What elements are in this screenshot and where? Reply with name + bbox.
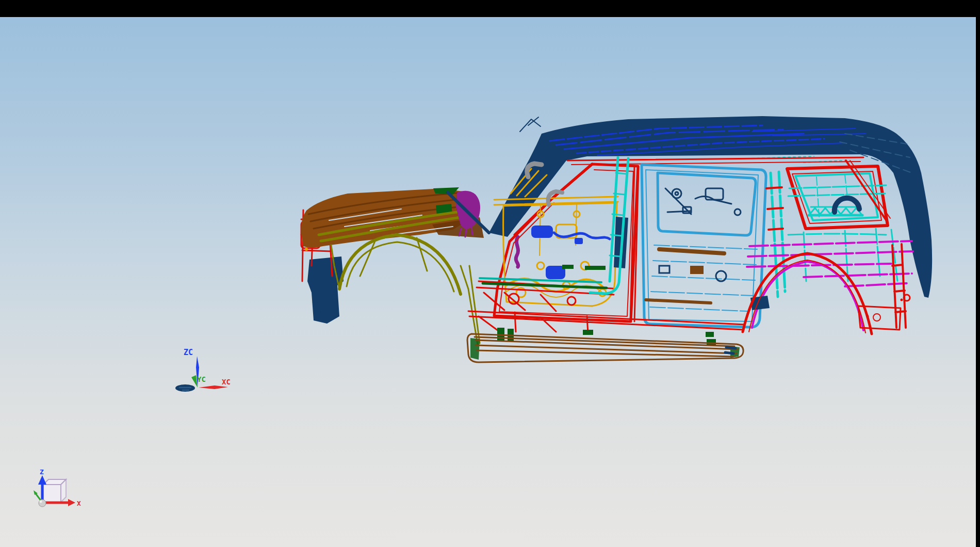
- b-pillar[interactable]: [590, 157, 639, 321]
- rear-door-window: [658, 173, 756, 235]
- wcs-z-label: ZC: [184, 348, 193, 357]
- rear-panel-ring: [873, 314, 880, 321]
- view-orientation-triad[interactable]: Z X: [31, 462, 98, 519]
- latch-actuator: [531, 226, 553, 238]
- cowl-squiggle: [516, 237, 518, 267]
- b-pillar-glass-run: [590, 157, 628, 294]
- right-black-bar: [976, 0, 980, 547]
- wcs-triad[interactable]: ZC YC XC: [170, 335, 263, 403]
- window-regulator: [665, 188, 741, 215]
- wcs-y-label: YC: [197, 375, 206, 383]
- green-patch-a: [562, 265, 574, 269]
- graphics-window[interactable]: ZC YC XC Z: [0, 17, 976, 547]
- car-body-wireframe-model[interactable]: [298, 111, 943, 366]
- door-brown-band: [659, 249, 724, 253]
- rocker-assembly[interactable]: [467, 311, 745, 362]
- view-origin-sphere[interactable]: [39, 500, 46, 507]
- front-wheel-arch-inner: [347, 242, 454, 292]
- view-cube-front: [43, 485, 61, 502]
- cant-rail-outer: [567, 157, 863, 160]
- green-patch-b: [585, 266, 606, 270]
- running-board-ribs: [475, 337, 738, 357]
- door-lock-ring: [716, 271, 726, 281]
- quarter-diagonal-brace-2: [850, 160, 890, 218]
- view-y-axis[interactable]: [34, 490, 41, 501]
- front-door[interactable]: [477, 164, 638, 321]
- front-fastener: [305, 248, 308, 251]
- rear-wheelhouse[interactable]: [743, 241, 913, 334]
- view-z-label: Z: [40, 468, 44, 476]
- view-cube[interactable]: [43, 479, 66, 502]
- wcs-x-axis-arrow[interactable]: [199, 385, 228, 389]
- door-lock-bracket: [659, 266, 669, 273]
- front-wheel-arch: [339, 235, 461, 294]
- board-end-green-left: [470, 338, 480, 360]
- view-origin-sphere-highlight: [40, 501, 42, 503]
- roof-rail-wire: [520, 117, 541, 132]
- rear-detail-dot: [901, 299, 903, 301]
- rear-panel-dot: [867, 315, 869, 318]
- door-brown-block: [690, 266, 704, 274]
- cad-application-screen: ZC YC XC Z: [0, 0, 980, 547]
- mech-ring-2: [567, 297, 576, 305]
- wcs-x-label: XC: [222, 378, 231, 386]
- top-black-bar: [0, 0, 980, 17]
- origin-part[interactable]: [175, 384, 195, 392]
- view-x-label: X: [77, 500, 81, 507]
- view-x-head: [68, 499, 75, 506]
- rear-door[interactable]: [642, 165, 766, 327]
- door-brown-strip: [646, 300, 711, 303]
- front-bracket: [307, 256, 344, 324]
- cable-clip: [575, 238, 583, 244]
- view-z-head: [38, 475, 46, 485]
